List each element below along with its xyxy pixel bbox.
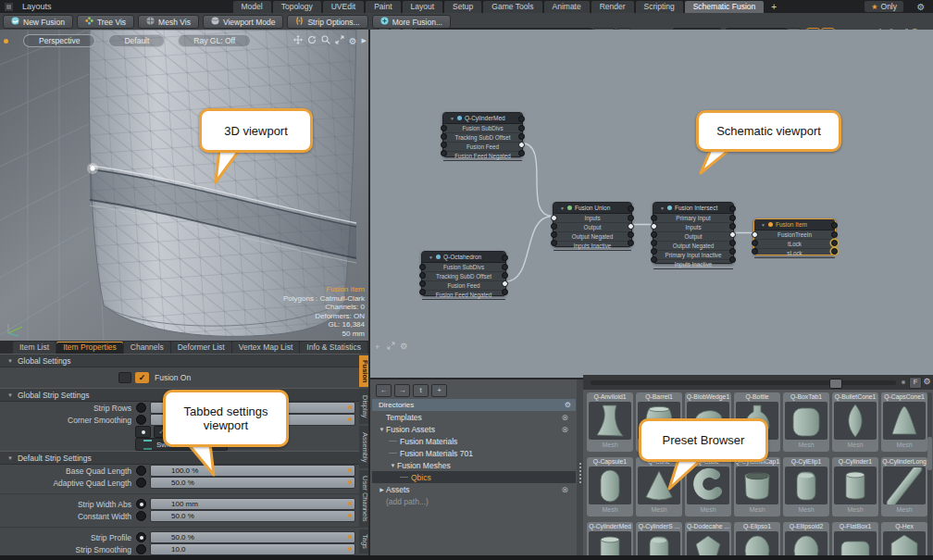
node-output-port[interactable] <box>502 255 508 261</box>
preset-q-cylinders[interactable]: Q-CylinderS ...Mesh <box>636 522 682 560</box>
strip-options-button[interactable]: Strip Options... <box>287 15 367 29</box>
slider-handle-icon[interactable] <box>348 468 352 472</box>
mini-toggle[interactable] <box>136 499 146 509</box>
dir-item-fusion-materials[interactable]: Fusion Materials <box>372 435 576 447</box>
preset-q-ellipsoid2[interactable]: Q-Ellipsoid2Mesh <box>783 522 829 560</box>
output-port[interactable] <box>502 264 508 270</box>
expander-icon[interactable]: ▼ <box>389 463 397 468</box>
expander-icon[interactable]: ▶ <box>378 486 386 492</box>
preset-q-cylelip1[interactable]: Q-CylElip1Mesh <box>783 457 829 516</box>
slider-handle-icon[interactable] <box>348 502 352 505</box>
slider-handle-icon[interactable] <box>348 405 352 409</box>
collapse-icon[interactable]: ▼ <box>7 455 13 461</box>
dir-item-templates[interactable]: Templates⊗ <box>372 411 576 423</box>
menu-tab-uvedit[interactable]: UVEdit <box>323 1 364 13</box>
tab-item-list[interactable]: Item List <box>13 342 56 354</box>
output-port[interactable] <box>518 142 525 148</box>
output-port[interactable] <box>502 289 508 295</box>
section-global-settings[interactable]: ▼Global Settings <box>0 354 359 367</box>
input-port[interactable] <box>752 240 758 246</box>
constant-width-slider[interactable]: 50.0 % <box>150 510 355 522</box>
input-port[interactable] <box>419 264 426 270</box>
output-port[interactable] <box>729 215 736 221</box>
output-port[interactable] <box>831 231 838 238</box>
only-filter-button[interactable]: ★ Only <box>865 1 903 12</box>
input-port[interactable] <box>551 215 557 221</box>
directories-header[interactable]: Directories ⚙ <box>372 399 576 411</box>
preset-q-boxtab1[interactable]: Q-BoxTab1Mesh <box>783 392 829 452</box>
input-port[interactable] <box>441 150 447 156</box>
output-port[interactable] <box>831 248 838 255</box>
new-fusion-button[interactable]: New Fusion <box>3 15 73 29</box>
3d-viewport[interactable]: PerspectiveDefaultRay GL: Off ⚙ ▶ Fusion… <box>0 30 370 341</box>
fusion-on-checkbox[interactable]: ✓ <box>135 372 149 383</box>
gear-icon[interactable]: ⚙ <box>565 401 571 409</box>
output-port[interactable] <box>502 280 508 287</box>
preset-q-dodecahe[interactable]: Q-Dodecahe ...Mesh <box>685 522 731 560</box>
base-quad-length-slider[interactable]: 100.0 % <box>150 465 355 477</box>
output-port[interactable] <box>518 125 525 131</box>
expand-icon[interactable] <box>335 35 344 46</box>
slider-handle-icon[interactable] <box>348 480 352 484</box>
remove-path-icon[interactable]: ⊗ <box>561 413 568 422</box>
dir-item-assets[interactable]: ▶Assets⊗ <box>372 483 576 495</box>
more-fusion-button[interactable]: More Fusion... <box>372 15 451 29</box>
tab-item-properties[interactable]: Item Properties <box>56 342 123 354</box>
gear-icon[interactable]: ⚙ <box>922 377 932 387</box>
up-level-button[interactable]: t <box>413 384 429 397</box>
mini-toggle[interactable] <box>136 511 146 521</box>
preset-q-bulletcone1[interactable]: Q-BulletCone1Mesh <box>832 392 878 452</box>
output-port[interactable] <box>628 223 634 230</box>
dir-item-qbics[interactable]: Qbics <box>372 471 576 483</box>
node-fusion-intersect[interactable]: ▼Fusion IntersectPrimary InputInputsOutp… <box>653 202 734 264</box>
filter-icon[interactable]: ▼ <box>560 205 565 211</box>
preset-q-elipso1[interactable]: Q-Elipso1Mesh <box>734 522 780 560</box>
preset-q-cylinder1[interactable]: Q-Cylinder1Mesh <box>832 457 878 516</box>
tab-info-statistics[interactable]: Info & Statistics <box>300 342 367 354</box>
menu-tab-setup[interactable]: Setup <box>444 1 481 13</box>
menu-tab-animate[interactable]: Animate <box>544 1 590 13</box>
section-default-strip-settings[interactable]: ▼Default Strip Settings <box>0 451 359 465</box>
preset-q-capsule1[interactable]: Q-Capsule1Mesh <box>587 457 633 516</box>
preset-q-flatbox1[interactable]: Q-FlatBox1Mesh <box>832 522 878 560</box>
gear-icon[interactable]: ⚙ <box>349 36 357 46</box>
slider-handle-icon[interactable] <box>348 417 352 421</box>
input-port[interactable] <box>651 231 657 238</box>
expand-icon[interactable] <box>387 342 395 352</box>
gear-icon[interactable]: ⚙ <box>911 2 931 12</box>
default-button[interactable]: Default <box>108 34 165 47</box>
scrollbar-thumb[interactable] <box>927 437 932 470</box>
input-port[interactable] <box>441 142 447 148</box>
preset-q-cylinderlong[interactable]: Q-CylinderLongMesh <box>881 457 927 516</box>
preset-q-anviloid1[interactable]: Q-Anviloid1Mesh <box>587 392 633 452</box>
node-output-port[interactable] <box>729 205 736 212</box>
channel-button[interactable] <box>118 372 131 383</box>
input-port[interactable] <box>651 248 657 255</box>
remove-path-icon[interactable]: ⊗ <box>561 425 568 434</box>
viewport-mode-button[interactable]: Viewport Mode <box>203 15 284 29</box>
node-q-cylindermed[interactable]: ▼Q-CylinderMedFusion SubDivsTracking Sub… <box>442 112 523 157</box>
preset-q-cylbowlcap1[interactable]: Q-CylBowlCap1Mesh <box>734 457 780 516</box>
filter-icon[interactable]: ▼ <box>660 205 665 211</box>
forward-button[interactable]: → <box>394 384 410 397</box>
slider-thumb[interactable] <box>829 379 842 389</box>
tab-deformer-list[interactable]: Deformer List <box>171 342 231 354</box>
input-port[interactable] <box>651 240 657 246</box>
input-port[interactable] <box>752 248 758 255</box>
input-port[interactable] <box>441 125 447 131</box>
filter-icon[interactable]: ▼ <box>429 255 433 260</box>
input-port[interactable] <box>419 272 426 279</box>
strip-smoothing-slider[interactable]: 10.0 <box>150 543 355 555</box>
preset-q-cube[interactable]: Q-CubeMesh <box>685 457 731 516</box>
output-port[interactable] <box>628 240 634 246</box>
zoom-icon[interactable] <box>321 35 330 46</box>
strip-profile-slider[interactable]: 50.0 % <box>150 531 355 543</box>
filter-icon[interactable]: ▼ <box>761 222 765 228</box>
filter-icon[interactable]: ▼ <box>450 116 454 121</box>
output-port[interactable] <box>628 215 634 221</box>
input-port[interactable] <box>441 133 447 140</box>
vertical-divider[interactable] <box>368 30 370 560</box>
node-q-octahedron[interactable]: ▼Q-OctahedronFusion SubDivsTracking SubD… <box>421 251 506 296</box>
menu-tab-paint[interactable]: Paint <box>366 1 400 13</box>
node-fusion-union[interactable]: ▼Fusion UnionInputsOutputOutput NegatedI… <box>553 202 632 247</box>
